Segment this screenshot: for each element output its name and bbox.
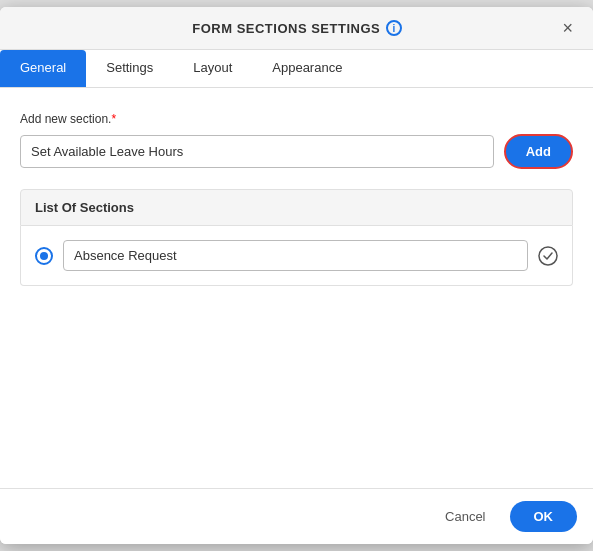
cancel-button[interactable]: Cancel (433, 501, 497, 532)
modal-footer: Cancel OK (0, 488, 593, 544)
tab-layout[interactable]: Layout (173, 50, 252, 87)
tab-appearance[interactable]: Appearance (252, 50, 362, 87)
ok-button[interactable]: OK (510, 501, 578, 532)
list-item (35, 240, 558, 271)
add-section-row: Add (20, 134, 573, 169)
add-section-input[interactable] (20, 135, 494, 168)
radio-inner (40, 252, 48, 260)
modal-title: FORM SECTIONS SETTINGS i (36, 20, 558, 36)
tabs-bar: General Settings Layout Appearance (0, 50, 593, 88)
form-sections-settings-modal: FORM SECTIONS SETTINGS i × General Setti… (0, 7, 593, 544)
modal-body: Add new section.* Add List Of Sections (0, 88, 593, 488)
add-button[interactable]: Add (504, 134, 573, 169)
sections-list (20, 226, 573, 286)
tab-general[interactable]: General (0, 50, 86, 87)
modal-title-text: FORM SECTIONS SETTINGS (192, 21, 380, 36)
list-of-sections-header: List Of Sections (20, 189, 573, 226)
section-radio[interactable] (35, 247, 53, 265)
tab-settings[interactable]: Settings (86, 50, 173, 87)
check-circle-icon (538, 246, 558, 266)
modal-header: FORM SECTIONS SETTINGS i × (0, 7, 593, 50)
section-name-input[interactable] (63, 240, 528, 271)
svg-point-0 (539, 247, 557, 265)
close-button[interactable]: × (558, 17, 577, 39)
info-icon[interactable]: i (386, 20, 402, 36)
add-section-label: Add new section.* (20, 112, 573, 126)
